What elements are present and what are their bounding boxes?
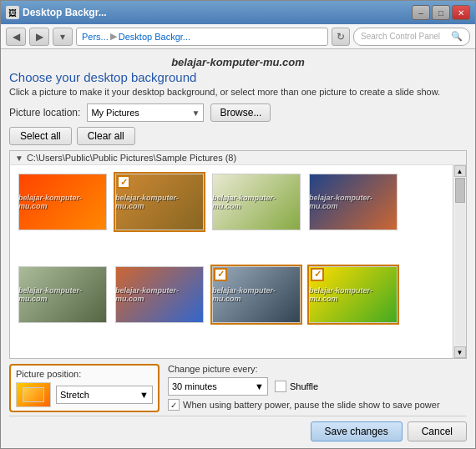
chevron-down-icon: ▼ <box>191 108 200 118</box>
search-placeholder: Search Control Panel <box>361 32 440 41</box>
minimize-button[interactable]: – <box>412 5 430 20</box>
select-clear-row: Select all Clear all <box>9 127 467 145</box>
page-title: Choose your desktop background <box>9 70 467 84</box>
bottom-section: Picture position: Stretch ▼ Change pictu… <box>9 359 467 412</box>
shuffle-row: Shuffle <box>275 381 318 392</box>
pictures-grid: belajar-komputer-mu.com belajar-komputer… <box>10 165 466 358</box>
watermark: belajar-komputer-mu.com <box>115 266 204 323</box>
chevron-down-icon: ▼ <box>255 381 264 391</box>
picture-location-row: Picture location: My Pictures ▼ Browse..… <box>9 103 467 122</box>
back-button[interactable]: ◀ <box>6 28 26 46</box>
window-title: Desktop Backgr... <box>23 7 412 18</box>
change-picture-box: Change picture every: 30 minutes ▼ Shuff… <box>168 364 467 412</box>
footer-row: Save changes Cancel <box>9 416 467 441</box>
picture-thumbnail: belajar-komputer-mu.com <box>18 174 107 230</box>
search-box[interactable]: Search Control Panel 🔍 <box>353 28 470 46</box>
window-icon: 🖼 <box>6 6 19 19</box>
page-description: Click a picture to make it your desktop … <box>9 87 467 97</box>
picture-checkbox-desert[interactable] <box>117 175 130 189</box>
picture-item-hydrangeas[interactable]: belajar-komputer-mu.com <box>210 172 302 232</box>
select-all-button[interactable]: Select all <box>9 127 72 145</box>
change-picture-label: Change picture every: <box>168 364 467 374</box>
shuffle-label: Shuffle <box>290 381 318 391</box>
picture-position-dropdown[interactable]: Stretch ▼ <box>56 386 153 404</box>
scroll-up-button[interactable]: ▲ <box>454 165 466 177</box>
shuffle-checkbox[interactable] <box>275 381 286 392</box>
window: 🖼 Desktop Backgr... – □ ✕ ◀ ▶ ▾ Pers... … <box>0 0 476 449</box>
battery-checkbox[interactable] <box>168 399 180 411</box>
scroll-track <box>455 178 465 346</box>
picture-grid-container: ▼ C:\Users\Public\Public Pictures\Sample… <box>9 150 467 359</box>
page-content: belajar-komputer-mu.com Choose your desk… <box>1 49 475 448</box>
picture-location-dropdown[interactable]: My Pictures ▼ <box>87 103 204 122</box>
picture-item-lighthouse[interactable]: belajar-komputer-mu.com <box>114 265 205 325</box>
picture-position-value: Stretch <box>60 390 89 400</box>
search-icon: 🔍 <box>451 31 463 42</box>
window-controls: – □ ✕ <box>412 5 470 20</box>
picture-thumbnail: belajar-komputer-mu.com <box>212 174 301 230</box>
chevron-down-icon: ▼ <box>139 390 149 400</box>
picture-item-tulips[interactable]: belajar-komputer-mu.com <box>307 265 399 325</box>
breadcrumb-1: Pers... <box>82 32 109 42</box>
picture-item-koala[interactable]: belajar-komputer-mu.com <box>17 265 109 325</box>
battery-label: When using battery power, pause the slid… <box>183 400 440 410</box>
save-changes-button[interactable]: Save changes <box>311 421 403 441</box>
change-picture-interval-dropdown[interactable]: 30 minutes ▼ <box>168 377 268 396</box>
close-button[interactable]: ✕ <box>452 5 470 20</box>
scroll-down-button[interactable]: ▼ <box>454 346 466 358</box>
battery-row: When using battery power, pause the slid… <box>168 399 467 411</box>
watermark: belajar-komputer-mu.com <box>18 266 107 323</box>
browse-button[interactable]: Browse... <box>210 103 271 122</box>
dropdown-button[interactable]: ▾ <box>53 28 73 46</box>
picture-position-label: Picture position: <box>16 369 153 379</box>
picture-item-penguins[interactable]: belajar-komputer-mu.com <box>210 265 302 325</box>
watermark: belajar-komputer-mu.com <box>212 174 301 230</box>
expand-icon[interactable]: ▼ <box>15 154 23 163</box>
watermark: belajar-komputer-mu.com <box>309 174 398 230</box>
scrollbar[interactable]: ▲ ▼ <box>453 165 466 358</box>
picture-item-chrysanthemum[interactable]: belajar-komputer-mu.com <box>17 172 109 232</box>
scroll-thumb[interactable] <box>455 178 465 203</box>
interval-value: 30 minutes <box>172 381 217 391</box>
picture-position-box: Picture position: Stretch ▼ <box>9 364 160 412</box>
picture-item-jellyfish[interactable]: belajar-komputer-mu.com <box>307 172 399 232</box>
address-box[interactable]: Pers... ▶ Desktop Backgr... <box>76 28 328 46</box>
picture-location-label: Picture location: <box>9 107 80 119</box>
refresh-button[interactable]: ↻ <box>332 28 350 46</box>
picture-position-preview <box>16 382 51 407</box>
grid-path: C:\Users\Public\Public Pictures\Sample P… <box>27 153 236 163</box>
cancel-button[interactable]: Cancel <box>408 421 467 441</box>
watermark: belajar-komputer-mu.com <box>18 174 107 230</box>
picture-thumbnail: belajar-komputer-mu.com <box>18 266 107 323</box>
picture-checkbox-penguins[interactable] <box>214 268 227 281</box>
title-bar: 🖼 Desktop Backgr... – □ ✕ <box>1 1 475 24</box>
maximize-button[interactable]: □ <box>432 5 450 20</box>
clear-all-button[interactable]: Clear all <box>77 127 135 145</box>
site-banner: belajar-komputer-mu.com <box>9 56 467 68</box>
breadcrumb-2: Desktop Backgr... <box>119 32 190 42</box>
change-picture-row: 30 minutes ▼ Shuffle <box>168 377 467 396</box>
forward-button[interactable]: ▶ <box>29 28 49 46</box>
address-bar: ◀ ▶ ▾ Pers... ▶ Desktop Backgr... ↻ Sear… <box>1 24 475 49</box>
picture-item-desert[interactable]: belajar-komputer-mu.com <box>114 172 205 232</box>
picture-position-inner: Stretch ▼ <box>16 382 153 407</box>
picture-thumbnail: belajar-komputer-mu.com <box>115 266 204 323</box>
picture-checkbox-tulips[interactable] <box>311 268 324 281</box>
picture-thumbnail: belajar-komputer-mu.com <box>309 174 398 230</box>
grid-path-row: ▼ C:\Users\Public\Public Pictures\Sample… <box>10 151 466 165</box>
